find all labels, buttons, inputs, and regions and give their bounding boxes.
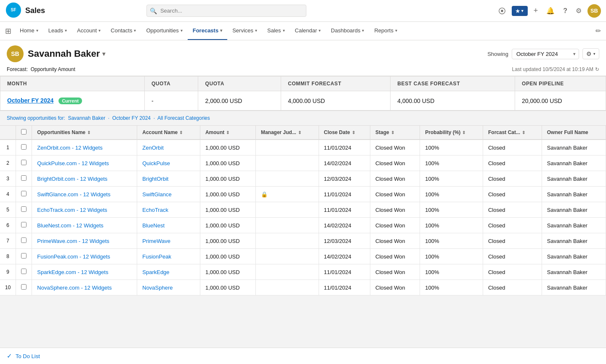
row-probability-5: 100% [420, 202, 483, 218]
sort-icon-opp-name: ⇕ [87, 130, 90, 135]
nav-menu-item-leads[interactable]: Leads▾ [43, 22, 72, 40]
col-manager-jud[interactable]: Manager Jud... ⇕ [255, 126, 319, 140]
starred-btn[interactable]: ★ ▼ [512, 6, 528, 16]
account-name-link-7[interactable]: PrimeWave [142, 238, 170, 244]
row-close-date-10: 11/01/2024 [319, 280, 370, 295]
forecast-settings-btn[interactable]: ⚙ ▾ [582, 48, 599, 59]
col-amount[interactable]: Amount ⇕ [200, 126, 255, 140]
summary-month-link[interactable]: October FY 2024 [7, 97, 53, 104]
row-checkbox-cell-3[interactable] [16, 171, 32, 187]
col-close-date[interactable]: Close Date ⇕ [319, 126, 370, 140]
account-name-link-3[interactable]: BrightOrbit [142, 176, 168, 182]
nav-menu-item-opportunities[interactable]: Opportunities▾ [141, 22, 187, 40]
account-name-link-9[interactable]: SparkEdge [142, 269, 169, 275]
sort-icon-amount: ⇕ [226, 130, 229, 135]
opp-filter-user[interactable]: Savannah Baker [68, 115, 105, 121]
account-name-link-1[interactable]: ZenOrbit [142, 145, 164, 151]
account-name-link-10[interactable]: NovaSphere [142, 285, 173, 291]
row-checkbox-cell-6[interactable] [16, 218, 32, 233]
row-checkbox-5[interactable] [21, 206, 27, 212]
col-stage-label: Stage [375, 129, 389, 135]
row-opp-name-8: FusionPeak.com - 12 Widgets [32, 249, 137, 264]
waffle-icon[interactable]: ⊞ [5, 26, 11, 36]
opp-filter-category[interactable]: All Forecast Categories [157, 115, 210, 121]
settings-btn[interactable]: ⚙ [573, 5, 584, 16]
select-all-checkbox[interactable] [21, 129, 27, 135]
nav-menu-item-dashboards[interactable]: Dashboards▾ [326, 22, 369, 40]
user-dropdown-icon[interactable]: ▾ [102, 50, 105, 57]
row-checkbox-cell-5[interactable] [16, 202, 32, 218]
row-checkbox-6[interactable] [21, 222, 27, 227]
setup-icon-btn[interactable] [496, 5, 508, 16]
account-name-link-4[interactable]: SwiftGlance [142, 191, 171, 198]
row-probability-1: 100% [420, 140, 483, 156]
row-checkbox-7[interactable] [21, 237, 27, 243]
row-checkbox-4[interactable] [21, 191, 27, 196]
row-checkbox-1[interactable] [21, 144, 27, 150]
col-forecast-cat[interactable]: Forcast Cat... ⇕ [483, 126, 542, 140]
row-checkbox-cell-2[interactable] [16, 156, 32, 171]
row-checkbox-cell-1[interactable] [16, 140, 32, 156]
col-opp-name[interactable]: Opportunities Name ⇕ [32, 126, 137, 140]
refresh-icon[interactable]: ↻ [595, 66, 599, 72]
opp-name-link-10[interactable]: NovaSphere.com - 12 Widgets [37, 285, 112, 291]
user-avatar-nav[interactable]: SB [587, 4, 601, 18]
row-checkbox-cell-8[interactable] [16, 249, 32, 264]
row-checkbox-cell-4[interactable] [16, 187, 32, 202]
row-stage-1: Closed Won [370, 140, 420, 156]
row-checkbox-8[interactable] [21, 253, 27, 258]
search-bar: 🔍 [146, 5, 306, 17]
search-input[interactable] [146, 5, 306, 17]
nav-menu-item-home[interactable]: Home▾ [15, 22, 43, 40]
nav-menu-item-calendar[interactable]: Calendar▾ [290, 22, 326, 40]
nav-menu-item-reports[interactable]: Reports▾ [369, 22, 402, 40]
nav-menu-item-forecasts[interactable]: Forecasts▾ [188, 22, 227, 40]
account-name-link-2[interactable]: QuickPulse [142, 160, 170, 166]
account-name-link-5[interactable]: EchoTrack [142, 207, 168, 213]
row-checkbox-10[interactable] [21, 284, 27, 290]
user-avatar-large: SB [7, 45, 24, 62]
nav-menu-item-services[interactable]: Services▾ [227, 22, 262, 40]
opp-name-link-8[interactable]: FusionPeak.com - 12 Widgets [37, 253, 110, 260]
opp-name-link-4[interactable]: SwiftGlance.com - 12 Widgets [37, 191, 110, 198]
row-checkbox-cell-7[interactable] [16, 233, 32, 249]
opp-name-link-9[interactable]: SparkEdge.com - 12 Widgets [37, 269, 108, 275]
row-checkbox-9[interactable] [21, 269, 27, 274]
row-checkbox-2[interactable] [21, 160, 27, 165]
col-probability[interactable]: Probability (%) ⇕ [420, 126, 483, 140]
col-stage[interactable]: Stage ⇕ [370, 126, 420, 140]
opp-name-link-5[interactable]: EchoTrack.com - 12 Widgets [37, 207, 107, 213]
opp-name-link-6[interactable]: BlueNest.com - 12 Widgets [37, 222, 104, 229]
opp-name-link-2[interactable]: QuickPulse.com - 12 Widgets [37, 160, 109, 166]
opp-name-link-1[interactable]: ZenOrbit.com - 12 Widgets [37, 145, 102, 151]
row-checkbox-3[interactable] [21, 175, 27, 181]
nav-menu-item-account[interactable]: Account▾ [72, 22, 106, 40]
opp-name-link-7[interactable]: PrimeWave.com - 12 Widgets [37, 238, 109, 244]
account-name-link-8[interactable]: FusionPeak [142, 253, 171, 260]
col-amount-label: Amount [205, 129, 224, 135]
opp-filter-period[interactable]: October FY 2024 [112, 115, 151, 121]
showing-select[interactable]: October FY 2024 November FY 2024 Septemb… [512, 49, 579, 59]
row-owner-9: Savannah Baker [542, 264, 606, 280]
nav-edit-icon[interactable]: ✏ [595, 27, 601, 35]
col-checkbox-all[interactable] [16, 126, 32, 140]
account-name-link-6[interactable]: BlueNest [142, 222, 165, 229]
row-checkbox-cell-9[interactable] [16, 264, 32, 280]
row-close-date-9: 11/01/2024 [319, 264, 370, 280]
row-checkbox-cell-10[interactable] [16, 280, 32, 295]
star-icon: ★ [515, 8, 521, 14]
opp-name-link-3[interactable]: BrightOrbit.com - 12 Widgets [37, 176, 107, 182]
help-btn[interactable]: ? [561, 5, 570, 16]
salesforce-logo[interactable]: SF [5, 2, 22, 20]
col-account-name[interactable]: Account Name ⇕ [137, 126, 200, 140]
nav-caret-dashboards: ▾ [362, 28, 364, 33]
row-stage-2: Closed Won [370, 156, 420, 171]
nav-menu-item-sales[interactable]: Sales▾ [262, 22, 290, 40]
row-opp-name-10: NovaSphere.com - 12 Widgets [32, 280, 137, 295]
nav-menu-item-contacts[interactable]: Contacts▾ [106, 22, 141, 40]
row-stage-8: Closed Won [370, 249, 420, 264]
row-opp-name-6: BlueNest.com - 12 Widgets [32, 218, 137, 233]
notification-bell-btn[interactable]: 🔔 [544, 5, 557, 16]
sort-icon-close-date: ⇕ [352, 130, 355, 135]
add-btn[interactable]: + [531, 5, 541, 17]
